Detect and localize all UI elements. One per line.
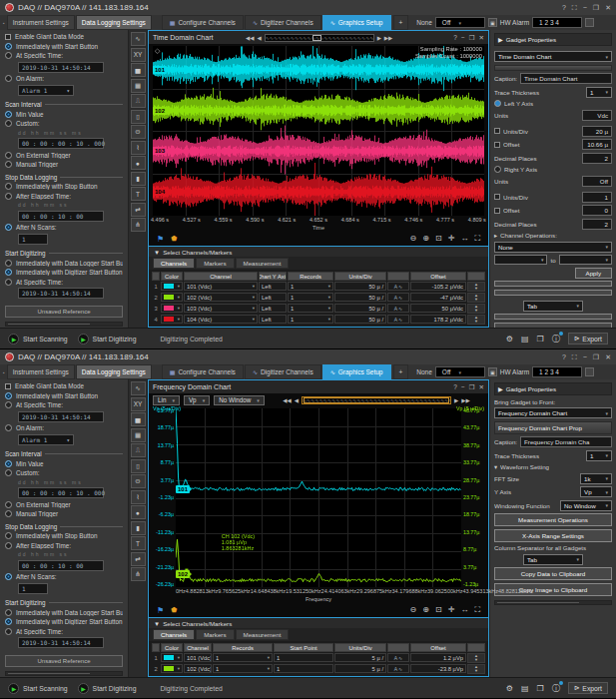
select-tab[interactable]: Markers [196, 629, 234, 640]
units-div-checkbox[interactable] [494, 128, 500, 134]
gadget-button[interactable]: ▮ [131, 172, 146, 186]
gadget-button[interactable]: ▅ [131, 412, 146, 426]
flag-marker-icon[interactable]: ⚑ [157, 606, 164, 615]
offset-field[interactable]: 50 µVdc [410, 304, 466, 313]
frequency-plot[interactable]: 101102 CH 102 (Vdc) 1.081 µVp 1.863281kH… [176, 408, 461, 587]
unsaved-reference-button[interactable]: Unsaved Reference [5, 655, 123, 667]
giant-data-checkbox[interactable] [5, 383, 11, 389]
none-dropdown[interactable]: Off▾ [435, 17, 485, 28]
zoom-button[interactable]: ⊕ [422, 234, 429, 244]
stop-button-radio[interactable] [5, 183, 12, 190]
n-scans-radio[interactable] [5, 224, 12, 231]
step-forward-button[interactable]: ▶ [377, 35, 381, 41]
left-decimals-field[interactable]: 2 [582, 153, 612, 164]
bring-front-dropdown[interactable]: Time Domain Chart▾ [494, 51, 612, 62]
step-back-button[interactable]: ◀ [295, 397, 299, 403]
right-decimals-field[interactable]: 2 [582, 219, 612, 230]
x-axis-range-button[interactable]: X-Axis Range Settings [494, 529, 612, 542]
row-up-down-buttons[interactable]: ▲▼ [467, 315, 485, 325]
x-axis-range-button[interactable]: X-Axis Range Settings [494, 290, 612, 296]
tab-settings[interactable]: Data Logging Settings [76, 364, 152, 379]
time-plot[interactable]: ◇ 101102103104 [153, 46, 484, 216]
gadget-button[interactable]: ● [131, 156, 146, 170]
custom-interval-radio[interactable] [5, 120, 12, 127]
right-offset-field[interactable]: 0 [582, 205, 612, 216]
left-y-axis-radio[interactable] [494, 100, 501, 107]
start-button-radio[interactable] [5, 392, 12, 399]
start-point-field[interactable]: 1 [274, 653, 333, 662]
start-point-field[interactable]: 1 [274, 664, 333, 673]
channel-badge[interactable]: 101 [176, 485, 190, 493]
units-div-field[interactable]: 5 µ / [334, 653, 386, 662]
left-units-field[interactable]: Vdc [582, 110, 612, 121]
offset-checkbox[interactable] [494, 142, 500, 148]
windowing-dropdown[interactable]: No Window▾ [560, 500, 612, 511]
scrubber-handle[interactable] [312, 35, 321, 41]
giant-data-checkbox[interactable] [5, 34, 11, 40]
fft-dropdown[interactable]: Lin▾ [153, 395, 180, 405]
color-dropdown[interactable]: ▾ [161, 282, 183, 291]
digitizer-start-radio[interactable] [5, 618, 12, 625]
records-dropdown[interactable]: 1▾ [288, 282, 333, 291]
n-scans-radio[interactable] [5, 573, 12, 580]
gadget-button[interactable]: ⇄ [131, 203, 146, 217]
select-channels-header[interactable]: ▼Select Channels/Markers [149, 618, 488, 628]
frequency-domain-canvas[interactable] [176, 408, 461, 587]
digitize-time-radio[interactable] [5, 279, 12, 286]
autoscale-waveform-icons[interactable]: A ∿ [387, 293, 409, 302]
records-dropdown[interactable]: 1▾ [288, 315, 333, 324]
tab-main[interactable]: ∿ Digitizer Channels [245, 364, 321, 379]
scrubber-handle[interactable] [304, 397, 449, 403]
gadget-window-button[interactable]: ❐ [469, 34, 475, 42]
stop-button-radio[interactable] [5, 532, 12, 539]
bring-front-dropdown[interactable]: Frequency Domain Chart▾ [494, 407, 612, 418]
info-icon[interactable]: ⓘ [552, 334, 560, 345]
titlebar-button[interactable]: − [583, 353, 587, 361]
manual-trigger-radio[interactable] [5, 161, 12, 168]
digitize-time-field[interactable]: 2019-10-31 14:50:14 [18, 288, 104, 299]
tab-settings[interactable]: Data Logging Settings [76, 15, 152, 30]
caption-field[interactable]: Time Domain Chart [520, 73, 612, 84]
min-value-radio[interactable] [5, 460, 12, 467]
autoscale-waveform-icons[interactable]: A ∿ [387, 282, 409, 291]
channel-badge[interactable]: 102 [153, 107, 167, 115]
gadget-button[interactable]: ⋔ [131, 218, 146, 232]
titlebar[interactable]: DAQ // DAQ970A // 141.183.189.164 ?⛶−❐✕ [0, 0, 616, 15]
gadget-header[interactable]: Frequency Domain Chart ?−❐✕ [149, 380, 488, 393]
external-trigger-radio[interactable] [5, 152, 12, 159]
info-icon[interactable]: ⓘ [552, 683, 560, 694]
units-div-field[interactable]: 50 µ / [334, 315, 386, 324]
titlebar-button[interactable]: ❐ [593, 4, 599, 12]
gadget-button[interactable]: ⋔ [131, 567, 146, 581]
gadget-button[interactable]: ⇄ [131, 552, 146, 566]
step-back-button[interactable]: ◀ [257, 35, 261, 41]
offset-field[interactable]: 178.2 µVdc [410, 315, 466, 324]
gadget-button[interactable]: ∿ [131, 381, 146, 395]
trace-thickness-dropdown[interactable]: 1▾ [586, 450, 612, 461]
tab-main[interactable]: ∿ Graphics Setup [322, 364, 391, 379]
gadget-button[interactable]: ⊙ [131, 125, 146, 139]
select-tab[interactable]: Markers [196, 258, 234, 269]
zoom-button[interactable]: ⊡ [435, 234, 442, 244]
gadget-button[interactable]: ⊙ [131, 474, 146, 488]
column-separator-dropdown[interactable]: Tab▾ [523, 554, 583, 565]
marker-diamond-icon[interactable]: ◇ [155, 47, 160, 55]
fft-dropdown[interactable]: No Window▾ [214, 395, 265, 405]
color-dropdown[interactable]: ▾ [161, 653, 183, 662]
gadget-button[interactable]: ∿ [131, 32, 146, 46]
gadget-button[interactable]: ⌇ [131, 490, 146, 504]
units-div-field[interactable]: 50 µ / [334, 282, 386, 291]
gadget-button[interactable]: T [131, 187, 146, 201]
titlebar-button[interactable]: ✕ [605, 353, 611, 361]
start-scanning-button[interactable]: ▶Start Scanning [8, 683, 68, 694]
left-offset-field[interactable]: 10.66 µ [582, 139, 612, 150]
color-dropdown[interactable]: ▾ [161, 304, 183, 313]
start-digitizing-button[interactable]: ▶Start Digitizing [78, 334, 137, 345]
channel-badge[interactable]: 102 [176, 570, 190, 578]
status-icon-button[interactable]: ⚙ [506, 335, 513, 344]
units-div-checkbox[interactable] [494, 194, 500, 200]
add-gadget-tab-button[interactable]: + [393, 364, 409, 379]
start-scanning-button[interactable]: ▶Start Scanning [8, 334, 68, 345]
select-tab[interactable]: Channels [153, 629, 195, 640]
zoom-button[interactable]: ✛ [448, 234, 455, 244]
